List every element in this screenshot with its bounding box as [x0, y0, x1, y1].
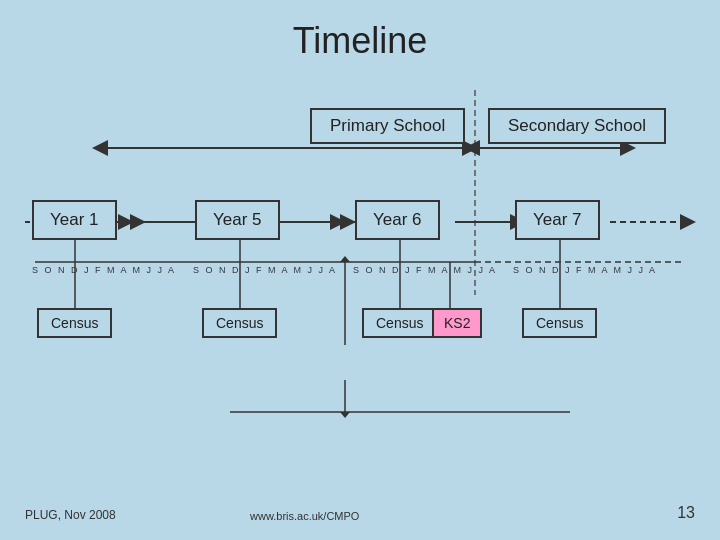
page-number: 13	[677, 504, 695, 522]
census-box-1: Census	[37, 308, 112, 338]
ks2-box: KS2	[432, 308, 482, 338]
census-box-3: Census	[362, 308, 437, 338]
months-1: S O N D J F M A M J J A	[32, 265, 192, 275]
secondary-school-label: Secondary School	[488, 108, 666, 144]
year7-box: Year 7	[515, 200, 600, 240]
year1-box: Year 1	[32, 200, 117, 240]
page: Timeline	[0, 0, 720, 540]
census-box-4: Census	[522, 308, 597, 338]
url-text: www.bris.ac.uk/CMPO	[250, 510, 359, 522]
plug-text: PLUG, Nov 2008	[25, 508, 116, 522]
svg-marker-25	[340, 412, 350, 418]
year6-box: Year 6	[355, 200, 440, 240]
months-2: S O N D J F M A M J J A	[193, 265, 353, 275]
months-4: S O N D J F M A M J J A	[513, 265, 673, 275]
year5-box: Year 5	[195, 200, 280, 240]
months-3: S O N D J F M A M J J A	[353, 265, 513, 275]
census-box-2: Census	[202, 308, 277, 338]
primary-school-label: Primary School	[310, 108, 465, 144]
page-title: Timeline	[10, 20, 710, 62]
svg-marker-23	[340, 256, 350, 262]
